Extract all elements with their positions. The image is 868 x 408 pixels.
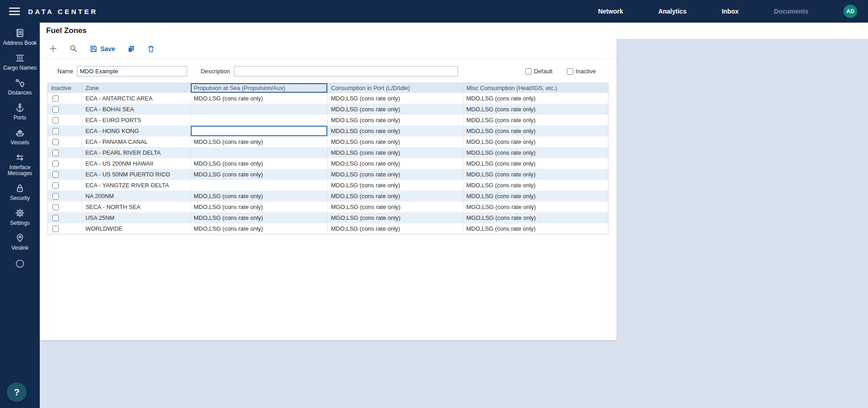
table-row[interactable]: SECA - NORTH SEA MDO,LSG (cons rate only… [48,201,608,212]
propulsion-sea-cell[interactable]: MDO,LSG (cons rate only) [191,213,328,223]
consumption-port-cell[interactable]: MDO,LSG (cons rate only) [328,223,463,234]
zone-cell[interactable]: ECA - ANTARCTIC AREA [82,93,191,104]
sidebar-item-security[interactable]: Security [2,183,38,201]
zone-cell[interactable]: ECA - BOHAI SEA [82,104,191,114]
sidebar-item-distances[interactable]: Distances [2,78,38,96]
table-row[interactable]: ECA - PEARL RIVER DELTA MDO,LSG (cons ra… [48,147,608,158]
misc-consumption-cell[interactable]: MDO,LSG (cons rate only) [463,191,608,201]
misc-consumption-cell[interactable]: MDO,LSG (cons rate only) [463,137,608,147]
row-inactive-checkbox[interactable] [52,171,59,178]
nav-inbox[interactable]: Inbox [722,8,738,15]
zone-cell[interactable]: ECA - PANAMA CANAL [82,137,191,147]
column-header-consumption-port[interactable]: Consumption in Port (L/D/Idle) [328,83,463,93]
zone-cell[interactable]: WORLDWIDE [82,223,191,234]
sidebar-item-cargo-names[interactable]: Cargo Names [2,53,38,71]
zone-cell[interactable]: USA 25NM [82,213,191,223]
column-header-inactive[interactable]: Inactive [48,83,82,93]
table-row[interactable]: USA 25NM MDO,LSG (cons rate only) MGO,LS… [48,212,608,223]
propulsion-sea-cell[interactable]: MDO,LSG (cons rate only) [191,137,328,147]
misc-consumption-cell[interactable]: MDO,LSG (cons rate only) [463,158,608,169]
consumption-port-cell[interactable]: MGO,LSG (cons rate only) [328,202,463,212]
propulsion-sea-editor[interactable] [191,126,327,136]
propulsion-sea-cell[interactable]: MDO,LSG (cons rate only) [191,223,328,234]
column-header-misc-consumption[interactable]: Misc Consumption (Heat/IGS, etc.) [463,83,608,93]
zone-cell[interactable]: ECA - EURO PORTS [82,115,191,125]
misc-consumption-cell[interactable]: MDO,LSG (cons rate only) [463,126,608,136]
propulsion-sea-cell[interactable] [191,180,328,190]
misc-consumption-cell[interactable]: MGO,LSG (cons rate only) [463,213,608,223]
misc-consumption-cell[interactable]: MDO,LSG (cons rate only) [463,93,608,104]
row-inactive-checkbox[interactable] [52,204,59,210]
consumption-port-cell[interactable]: MGO,LSG (cons rate only) [328,213,463,223]
misc-consumption-cell[interactable]: MDO,LSG (cons rate only) [463,115,608,125]
help-button[interactable]: ? [7,382,27,402]
table-row[interactable]: ECA - ANTARCTIC AREA MDO,LSG (cons rate … [48,93,608,104]
consumption-port-cell[interactable]: MDO,LSG (cons rate only) [328,147,463,158]
propulsion-sea-cell[interactable] [191,115,328,125]
propulsion-sea-cell[interactable]: MDO,LSG (cons rate only) [191,93,328,104]
hamburger-menu-icon[interactable] [9,7,20,15]
table-row[interactable]: ECA - BOHAI SEA MDO,LSG (cons rate only)… [48,104,608,114]
row-inactive-checkbox[interactable] [52,106,59,113]
table-row[interactable]: ECA - US 50NM PUERTO RICO MDO,LSG (cons … [48,169,608,180]
sidebar-item-settings[interactable]: Settings [2,208,38,226]
nav-network[interactable]: Network [598,8,623,15]
propulsion-sea-cell[interactable] [191,147,328,158]
consumption-port-cell[interactable]: MDO,LSG (cons rate only) [328,104,463,114]
misc-consumption-cell[interactable]: MDO,LSG (cons rate only) [463,104,608,114]
table-row[interactable]: ECA - HONG KONG MDO,LSG (cons rate only)… [48,125,608,136]
row-inactive-checkbox[interactable] [52,226,59,232]
row-inactive-checkbox[interactable] [52,117,59,123]
row-inactive-checkbox[interactable] [52,193,59,199]
user-avatar[interactable]: AD [844,5,857,18]
consumption-port-cell[interactable]: MDO,LSG (cons rate only) [328,93,463,104]
sidebar-item-address-book[interactable]: Address Book [2,28,38,46]
zone-cell[interactable]: ECA - US 50NM PUERTO RICO [82,169,191,180]
propulsion-sea-cell[interactable]: MDO,LSG (cons rate only) [191,169,328,180]
propulsion-sea-cell[interactable]: MDO,LSG (cons rate only) [191,158,328,169]
sidebar-item-interface-messages[interactable]: Interface Messages [2,152,38,176]
row-inactive-checkbox[interactable] [52,161,59,167]
misc-consumption-cell[interactable]: MGO,LSG (cons rate only) [463,202,608,212]
zone-cell[interactable]: SECA - NORTH SEA [82,202,191,212]
sidebar-item-veslink[interactable]: Veslink [2,233,38,251]
misc-consumption-cell[interactable]: MDO,LSG (cons rate only) [463,169,608,180]
name-input[interactable] [77,66,187,76]
consumption-port-cell[interactable]: MDO,LSG (cons rate only) [328,180,463,190]
table-row[interactable]: NA 200NM MDO,LSG (cons rate only) MDO,LS… [48,190,608,201]
inactive-checkbox[interactable] [567,68,573,75]
nav-analytics[interactable]: Analytics [658,8,686,15]
search-button[interactable] [69,44,78,53]
zone-cell[interactable]: ECA - HONG KONG [82,126,191,136]
table-row[interactable]: ECA - YANGTZE RIVER DELTA MDO,LSG (cons … [48,180,608,190]
consumption-port-cell[interactable]: MDO,LSG (cons rate only) [328,137,463,147]
sidebar-item-vessels[interactable]: Vessels [2,128,38,146]
consumption-port-cell[interactable]: MDO,LSG (cons rate only) [328,169,463,180]
propulsion-sea-cell[interactable]: MDO,LSG (cons rate only) [191,202,328,212]
sidebar-item-partial[interactable] [2,259,38,269]
table-row[interactable]: ECA - PANAMA CANAL MDO,LSG (cons rate on… [48,136,608,147]
consumption-port-cell[interactable]: MDO,LSG (cons rate only) [328,115,463,125]
description-input[interactable] [234,66,458,76]
misc-consumption-cell[interactable]: MDO,LSG (cons rate only) [463,147,608,158]
row-inactive-checkbox[interactable] [52,150,59,156]
column-header-zone[interactable]: Zone [82,83,191,93]
delete-button[interactable] [147,45,155,53]
misc-consumption-cell[interactable]: MDO,LSG (cons rate only) [463,223,608,234]
row-inactive-checkbox[interactable] [52,139,59,145]
misc-consumption-cell[interactable]: MDO,LSG (cons rate only) [463,180,608,190]
zone-cell[interactable]: ECA - PEARL RIVER DELTA [82,147,191,158]
zone-cell[interactable]: ECA - US 200NM HAWAII [82,158,191,169]
propulsion-sea-cell[interactable] [191,104,328,114]
consumption-port-cell[interactable]: MDO,LSG (cons rate only) [328,158,463,169]
propulsion-sea-cell[interactable] [191,126,328,136]
propulsion-sea-cell[interactable]: MDO,LSG (cons rate only) [191,191,328,201]
table-row[interactable]: ECA - US 200NM HAWAII MDO,LSG (cons rate… [48,158,608,169]
zone-cell[interactable]: ECA - YANGTZE RIVER DELTA [82,180,191,190]
sidebar-item-ports[interactable]: Ports [2,103,38,121]
save-button[interactable]: Save [90,45,115,53]
table-row[interactable]: ECA - EURO PORTS MDO,LSG (cons rate only… [48,114,608,125]
copy-button[interactable] [127,45,135,53]
consumption-port-cell[interactable]: MDO,LSG (cons rate only) [328,126,463,136]
consumption-port-cell[interactable]: MDO,LSG (cons rate only) [328,191,463,201]
